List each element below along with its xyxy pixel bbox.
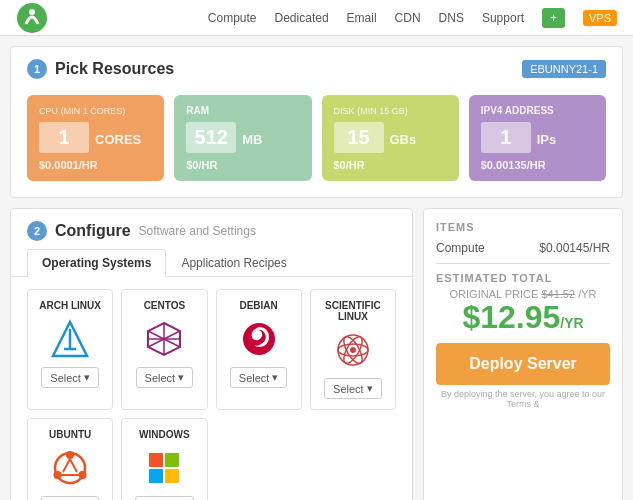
summary-divider bbox=[436, 263, 610, 264]
os-windows-name: WINDOWS bbox=[128, 429, 200, 440]
disk-price: $0/HR bbox=[334, 159, 447, 171]
item-name: Compute bbox=[436, 241, 485, 255]
disk-value-row: 15 GBs bbox=[334, 122, 447, 153]
windows-select-button[interactable]: Switch ▾ bbox=[135, 496, 194, 500]
pick-title: 1 Pick Resources bbox=[27, 59, 174, 79]
ipv4-unit: IPs bbox=[537, 132, 557, 147]
configure-title: Configure bbox=[55, 222, 131, 240]
svg-point-12 bbox=[350, 347, 356, 353]
scientific-icon bbox=[333, 330, 373, 370]
os-item-windows[interactable]: WINDOWS Switch ▾ bbox=[121, 418, 207, 500]
ram-value-row: 512 MB bbox=[186, 122, 299, 153]
ram-value: 512 bbox=[186, 122, 236, 153]
pick-resources-title: Pick Resources bbox=[55, 60, 174, 78]
item-price: $0.00145/HR bbox=[539, 241, 610, 255]
step-1-badge: 1 bbox=[27, 59, 47, 79]
configure-header: 2 Configure Software and Settings bbox=[11, 209, 412, 241]
cpu-unit: CORES bbox=[95, 132, 141, 147]
nav-support[interactable]: Support bbox=[482, 11, 524, 25]
arch-icon bbox=[50, 319, 90, 359]
svg-point-14 bbox=[66, 451, 74, 459]
svg-rect-20 bbox=[149, 453, 163, 467]
nav-cdn[interactable]: CDN bbox=[395, 11, 421, 25]
os-ubuntu-name: UBUNTU bbox=[34, 429, 106, 440]
resource-cards: CPU (MIN 1 CORES) 1 CORES $0.0001/HR RAM… bbox=[11, 87, 622, 197]
header: Compute Dedicated Email CDN DNS Support … bbox=[0, 0, 633, 36]
configure-section: 2 Configure Software and Settings Operat… bbox=[10, 208, 623, 500]
nav-dedicated[interactable]: Dedicated bbox=[275, 11, 329, 25]
nav-email[interactable]: Email bbox=[347, 11, 377, 25]
centos-select-button[interactable]: Select ▾ bbox=[136, 367, 194, 388]
debian-select-button[interactable]: Select ▾ bbox=[230, 367, 288, 388]
original-per-yr: /YR bbox=[578, 288, 596, 300]
main-nav: Compute Dedicated Email CDN DNS Support … bbox=[208, 8, 617, 28]
os-arch-name: ARCH LINUX bbox=[34, 300, 106, 311]
ram-price: $0/HR bbox=[186, 159, 299, 171]
disk-sublabel: (MIN 15 GB) bbox=[357, 106, 408, 116]
cpu-sublabel: (MIN 1 CORES) bbox=[61, 106, 126, 116]
ipv4-card[interactable]: IPV4 ADDRESS 1 IPs $0.00135/HR bbox=[469, 95, 606, 181]
step-2-badge: 2 bbox=[27, 221, 47, 241]
os-grid: ARCH LINUX Select ▾ CENTOS bbox=[11, 277, 412, 500]
disk-value: 15 bbox=[334, 122, 384, 153]
configure-subtitle: Software and Settings bbox=[139, 224, 256, 238]
os-centos-name: CENTOS bbox=[128, 300, 200, 311]
ubuntu-icon bbox=[50, 448, 90, 488]
os-item-scientific[interactable]: SCIENTIFIC LINUX Select ▾ bbox=[310, 289, 396, 410]
svg-point-15 bbox=[54, 471, 62, 479]
ubuntu-select-button[interactable]: Select ▾ bbox=[41, 496, 99, 500]
svg-rect-21 bbox=[165, 453, 179, 467]
svg-point-16 bbox=[79, 471, 87, 479]
vps-badge: VPS bbox=[583, 10, 617, 26]
items-label: ITEMS bbox=[436, 221, 610, 233]
cpu-value-row: 1 CORES bbox=[39, 122, 152, 153]
svg-rect-22 bbox=[149, 469, 163, 483]
scientific-select-button[interactable]: Select ▾ bbox=[324, 378, 382, 399]
disk-card[interactable]: DISK (MIN 15 GB) 15 GBs $0/HR bbox=[322, 95, 459, 181]
summary-panel: ITEMS Compute $0.00145/HR ESTIMATED TOTA… bbox=[423, 208, 623, 500]
configure-panel: 2 Configure Software and Settings Operat… bbox=[10, 208, 413, 500]
ipv4-value: 1 bbox=[481, 122, 531, 153]
os-debian-name: DEBIAN bbox=[223, 300, 295, 311]
discounted-price-value: $12.95 bbox=[462, 299, 560, 335]
cpu-label: CPU (MIN 1 CORES) bbox=[39, 105, 152, 116]
estimated-label: ESTIMATED TOTAL bbox=[436, 272, 610, 284]
terms-text: By deploying the server, you agree to ou… bbox=[436, 389, 610, 409]
promo-code: EBUNNY21-1 bbox=[522, 60, 606, 78]
summary-item: Compute $0.00145/HR bbox=[436, 241, 610, 255]
ipv4-label: IPV4 ADDRESS bbox=[481, 105, 594, 116]
logo[interactable] bbox=[16, 0, 52, 36]
ram-label: RAM bbox=[186, 105, 299, 116]
centos-icon bbox=[144, 319, 184, 359]
debian-icon bbox=[239, 319, 279, 359]
disk-unit: GBs bbox=[390, 132, 417, 147]
ram-unit: MB bbox=[242, 132, 262, 147]
cpu-card[interactable]: CPU (MIN 1 CORES) 1 CORES $0.0001/HR bbox=[27, 95, 164, 181]
svg-rect-23 bbox=[165, 469, 179, 483]
pick-resources-section: 1 Pick Resources EBUNNY21-1 CPU (MIN 1 C… bbox=[10, 46, 623, 198]
ram-card[interactable]: RAM 512 MB $0/HR bbox=[174, 95, 311, 181]
os-item-debian[interactable]: DEBIAN Select ▾ bbox=[216, 289, 302, 410]
svg-point-1 bbox=[29, 9, 35, 15]
tab-operating-systems[interactable]: Operating Systems bbox=[27, 249, 166, 277]
ipv4-value-row: 1 IPs bbox=[481, 122, 594, 153]
os-item-centos[interactable]: CENTOS Select ▾ bbox=[121, 289, 207, 410]
add-button[interactable]: + bbox=[542, 8, 565, 28]
cpu-value: 1 bbox=[39, 122, 89, 153]
nav-dns[interactable]: DNS bbox=[439, 11, 464, 25]
arch-select-button[interactable]: Select ▾ bbox=[41, 367, 99, 388]
os-item-arch[interactable]: ARCH LINUX Select ▾ bbox=[27, 289, 113, 410]
os-item-ubuntu[interactable]: UBUNTU Select ▾ bbox=[27, 418, 113, 500]
windows-icon bbox=[144, 448, 184, 488]
svg-line-17 bbox=[63, 459, 70, 472]
price-period: /YR bbox=[560, 315, 583, 331]
big-price: $12.95/YR bbox=[436, 300, 610, 335]
tab-application-recipes[interactable]: Application Recipes bbox=[166, 249, 301, 276]
pick-header: 1 Pick Resources EBUNNY21-1 bbox=[11, 47, 622, 87]
nav-compute[interactable]: Compute bbox=[208, 11, 257, 25]
deploy-server-button[interactable]: Deploy Server bbox=[436, 343, 610, 385]
cpu-price: $0.0001/HR bbox=[39, 159, 152, 171]
disk-label: DISK (MIN 15 GB) bbox=[334, 105, 447, 116]
svg-line-18 bbox=[70, 459, 77, 472]
os-tabs: Operating Systems Application Recipes bbox=[11, 241, 412, 277]
